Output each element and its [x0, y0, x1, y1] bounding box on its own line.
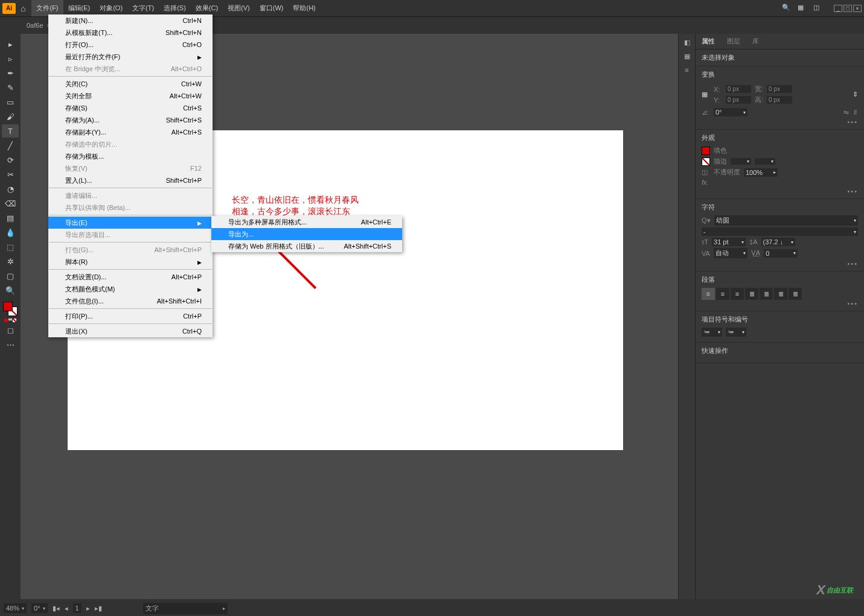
menu-item-3[interactable]: 文字(T): [127, 0, 159, 16]
menu-entry[interactable]: 脚本(R)▶: [48, 256, 213, 268]
type-tool[interactable]: T: [2, 124, 19, 138]
color-panel-icon[interactable]: ◧: [684, 39, 690, 46]
menu-entry[interactable]: 存储为模板...: [48, 150, 213, 162]
stroke-type-select[interactable]: ▾: [755, 158, 775, 165]
flip-v-icon[interactable]: ⥯: [853, 109, 858, 116]
shape-builder-tool[interactable]: ◔: [2, 182, 19, 195]
opacity-input[interactable]: 100%▸: [744, 168, 778, 177]
screen-mode-tool[interactable]: ◻: [2, 323, 19, 337]
fill-swatch-icon[interactable]: [702, 147, 710, 155]
rotate-tool[interactable]: ⟳: [2, 153, 19, 167]
stroke-panel-icon[interactable]: ≡: [685, 66, 688, 74]
more-options-icon[interactable]: •••: [702, 260, 858, 267]
menu-entry[interactable]: 新建(N)...Ctrl+N: [48, 14, 213, 27]
nav-first-icon[interactable]: ▮◂: [53, 605, 60, 612]
fx-label[interactable]: fx.: [702, 179, 709, 186]
stroke-weight-input[interactable]: ▾: [731, 158, 751, 165]
menu-item-5[interactable]: 效果(C): [191, 0, 223, 16]
more-options-icon[interactable]: •••: [702, 118, 858, 125]
menu-entry[interactable]: 置入(L)...Shift+Ctrl+P: [48, 174, 213, 186]
mode-field[interactable]: 文字▸: [143, 603, 228, 614]
kerning-input[interactable]: 自动▾: [714, 248, 747, 258]
zoom-tool[interactable]: 🔍: [2, 284, 19, 297]
edit-toolbar[interactable]: ⋯: [2, 338, 19, 351]
curvature-tool[interactable]: ✎: [2, 81, 19, 94]
align-center-button[interactable]: ≡: [716, 288, 729, 300]
zoom-field[interactable]: 48%▾: [4, 603, 27, 613]
x-input[interactable]: [726, 85, 751, 93]
nav-last-icon[interactable]: ▸▮: [95, 605, 102, 612]
menu-item-4[interactable]: 选择(S): [159, 0, 191, 16]
eraser-tool[interactable]: ⌫: [2, 197, 19, 210]
gradient-tool[interactable]: ▤: [2, 211, 19, 224]
close-button[interactable]: ×: [853, 5, 862, 12]
menu-entry[interactable]: 关闭(C)Ctrl+W: [48, 78, 213, 90]
font-family-select[interactable]: 幼圆▾: [714, 215, 858, 226]
menu-entry[interactable]: 文档颜色模式(M)▶: [48, 283, 213, 295]
menu-entry[interactable]: 从模板新建(T)...Shift+Ctrl+N: [48, 27, 213, 39]
menu-item-8[interactable]: 帮助(H): [288, 0, 320, 16]
swatches-panel-icon[interactable]: ▦: [684, 52, 690, 60]
menu-entry[interactable]: 文档设置(D)...Alt+Ctrl+P: [48, 271, 213, 283]
flip-h-icon[interactable]: ⇋: [843, 109, 849, 116]
workspace-icon[interactable]: ◫: [813, 4, 823, 13]
pen-tool[interactable]: ✒: [2, 66, 19, 80]
menu-entry[interactable]: 文件信息(I)...Alt+Shift+Ctrl+I: [48, 295, 213, 307]
artboard-number-field[interactable]: 1: [73, 603, 82, 613]
collapsed-panel-strip[interactable]: ◧ ▦ ≡: [678, 34, 695, 599]
w-input[interactable]: [767, 85, 792, 93]
brush-tool[interactable]: 🖌: [2, 110, 19, 123]
tracking-input[interactable]: 0▾: [764, 249, 798, 258]
rectangle-tool[interactable]: ▭: [2, 95, 19, 109]
tab-properties[interactable]: 属性: [696, 37, 721, 46]
submenu-entry[interactable]: 导出为...: [211, 228, 402, 240]
font-search-icon[interactable]: Q▾: [702, 217, 711, 224]
home-icon[interactable]: ⌂: [21, 4, 25, 13]
search-icon[interactable]: 🔍: [782, 4, 792, 13]
justify-right-button[interactable]: ≣: [774, 288, 787, 300]
color-swatches[interactable]: [3, 302, 18, 316]
justify-center-button[interactable]: ≣: [760, 288, 773, 300]
menu-entry[interactable]: 存储为(A)...Shift+Ctrl+S: [48, 114, 213, 126]
symbol-tool[interactable]: ✲: [2, 255, 19, 268]
menu-entry[interactable]: 打印(P)...Ctrl+P: [48, 310, 213, 322]
menu-item-2[interactable]: 对象(O): [95, 0, 127, 16]
menu-item-1[interactable]: 编辑(E): [63, 0, 95, 16]
reference-point-icon[interactable]: ▦: [702, 90, 708, 98]
h-input[interactable]: [767, 96, 792, 104]
more-options-icon[interactable]: •••: [702, 188, 858, 195]
menu-entry[interactable]: 打开(O)...Ctrl+O: [48, 39, 213, 51]
stroke-swatch-icon[interactable]: [702, 157, 710, 166]
line-tool[interactable]: ╱: [2, 139, 19, 152]
artboard-tool[interactable]: ▢: [2, 269, 19, 282]
menu-entry[interactable]: 退出(X)Ctrl+Q: [48, 325, 213, 337]
menu-entry[interactable]: 导出(E)▶: [48, 217, 213, 229]
menu-entry[interactable]: 最近打开的文件(F)▶: [48, 51, 213, 63]
tab-libraries[interactable]: 库: [746, 37, 765, 46]
font-style-select[interactable]: -▾: [702, 227, 858, 236]
justify-all-button[interactable]: ≣: [789, 288, 802, 300]
align-left-button[interactable]: ≡: [702, 288, 715, 300]
menu-entry[interactable]: 存储副本(Y)...Alt+Ctrl+S: [48, 126, 213, 138]
bullets-select[interactable]: ≔▾: [702, 328, 722, 337]
menu-entry[interactable]: 关闭全部Alt+Ctrl+W: [48, 90, 213, 102]
minimize-button[interactable]: _: [834, 5, 842, 12]
y-input[interactable]: [726, 96, 751, 104]
eyedropper-tool[interactable]: 💧: [2, 226, 19, 239]
submenu-entry[interactable]: 存储为 Web 所用格式（旧版）...Alt+Shift+Ctrl+S: [211, 240, 402, 252]
link-wh-icon[interactable]: ⇕: [853, 90, 858, 98]
nav-next-icon[interactable]: ▸: [86, 605, 90, 612]
menu-item-0[interactable]: 文件(F): [31, 0, 63, 16]
tab-layers[interactable]: 图层: [721, 37, 746, 46]
rotate-field[interactable]: 0°▾: [31, 603, 48, 613]
menu-item-7[interactable]: 窗口(W): [255, 0, 289, 16]
more-options-icon[interactable]: •••: [702, 300, 858, 307]
maximize-button[interactable]: □: [843, 5, 852, 12]
fill-color-icon[interactable]: [3, 302, 13, 311]
submenu-entry[interactable]: 导出为多种屏幕所用格式...Alt+Ctrl+E: [211, 216, 402, 228]
align-right-button[interactable]: ≡: [731, 288, 744, 300]
font-size-input[interactable]: 31 pt▾: [712, 238, 746, 246]
menu-item-6[interactable]: 视图(V): [223, 0, 255, 16]
numbering-select[interactable]: ≔▾: [726, 328, 746, 337]
direct-selection-tool[interactable]: ▹: [2, 52, 19, 65]
